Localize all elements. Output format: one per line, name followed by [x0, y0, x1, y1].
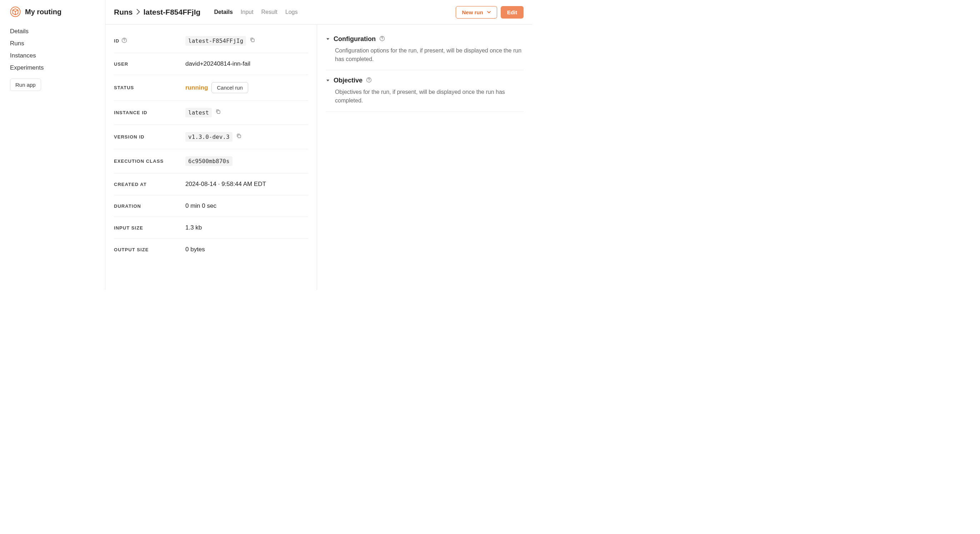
svg-rect-5	[238, 135, 241, 138]
caret-down-icon	[326, 78, 330, 84]
topbar: Runs latest-F854FFjIg Details Input Resu…	[105, 0, 532, 25]
label-execution-class: EXECUTION CLASS	[114, 159, 185, 164]
panel-objective: Objective Objectives for the run, if pre…	[326, 70, 523, 112]
row-input-size: INPUT SIZE 1.3 kb	[114, 217, 308, 239]
label-created-at: CREATED AT	[114, 182, 185, 187]
new-run-label: New run	[462, 9, 483, 15]
help-icon[interactable]	[379, 36, 385, 43]
row-instance-id: INSTANCE ID latest	[114, 101, 308, 125]
svg-point-2	[124, 41, 124, 42]
value-id: latest-F854FFjIg	[185, 36, 255, 46]
id-chip: latest-F854FFjIg	[185, 36, 246, 46]
help-icon[interactable]	[121, 38, 127, 44]
row-user: USER david+20240814-inn-fail	[114, 53, 308, 75]
value-user: david+20240814-inn-fail	[185, 60, 250, 67]
details-column: ID latest-F854FFjIg USER david+202	[105, 25, 317, 290]
sidebar: My routing Details Runs Instances Experi…	[0, 0, 105, 290]
help-icon[interactable]	[366, 77, 372, 84]
label-id-text: ID	[114, 38, 119, 43]
breadcrumb-parent[interactable]: Runs	[114, 8, 133, 16]
status-badge: running	[185, 84, 208, 91]
panel-configuration: Configuration Configuration options for …	[326, 29, 523, 70]
panel-configuration-header[interactable]: Configuration	[326, 35, 523, 43]
sidebar-item-instances[interactable]: Instances	[10, 51, 95, 60]
row-duration: DURATION 0 min 0 sec	[114, 195, 308, 217]
execution-class-chip: 6c9500mb870s	[185, 156, 232, 166]
value-execution-class: 6c9500mb870s	[185, 156, 232, 166]
tab-input[interactable]: Input	[241, 9, 254, 15]
version-id-chip: v1.3.0-dev.3	[185, 132, 232, 142]
label-input-size: INPUT SIZE	[114, 225, 185, 230]
copy-icon[interactable]	[236, 133, 242, 141]
sidebar-item-runs[interactable]: Runs	[10, 39, 95, 48]
svg-rect-3	[251, 39, 254, 42]
value-status: running Cancel run	[185, 82, 248, 93]
value-version-id: v1.3.0-dev.3	[185, 132, 242, 142]
label-output-size: OUTPUT SIZE	[114, 247, 185, 253]
breadcrumb: Runs latest-F854FFjIg	[114, 8, 200, 16]
instance-id-chip: latest	[185, 108, 212, 118]
sidebar-nav: Details Runs Instances Experiments	[10, 27, 95, 72]
panel-configuration-title: Configuration	[334, 35, 376, 43]
breadcrumb-current: latest-F854FFjIg	[143, 8, 201, 16]
panel-objective-title: Objective	[334, 77, 363, 84]
new-run-button[interactable]: New run	[456, 6, 497, 19]
cube-icon	[10, 6, 21, 17]
row-id: ID latest-F854FFjIg	[114, 29, 308, 53]
edit-button[interactable]: Edit	[501, 6, 523, 19]
row-status: STATUS running Cancel run	[114, 75, 308, 101]
copy-icon[interactable]	[215, 109, 221, 116]
row-execution-class: EXECUTION CLASS 6c9500mb870s	[114, 149, 308, 173]
panel-objective-body: Objectives for the run, if present, will…	[326, 88, 523, 105]
label-user: USER	[114, 61, 185, 67]
tab-result[interactable]: Result	[261, 9, 277, 15]
sidebar-item-experiments[interactable]: Experiments	[10, 64, 95, 72]
sidebar-item-details[interactable]: Details	[10, 27, 95, 36]
cancel-run-button[interactable]: Cancel run	[212, 82, 248, 93]
value-output-size: 0 bytes	[185, 246, 205, 253]
tabs: Details Input Result Logs	[214, 9, 298, 15]
label-duration: DURATION	[114, 203, 185, 209]
run-app-button[interactable]: Run app	[10, 78, 41, 91]
sidebar-title: My routing	[25, 8, 61, 16]
value-created-at: 2024-08-14 · 9:58:44 AM EDT	[185, 181, 266, 188]
value-input-size: 1.3 kb	[185, 224, 202, 231]
label-instance-id: INSTANCE ID	[114, 110, 185, 115]
svg-rect-4	[217, 111, 220, 113]
topbar-actions: New run Edit	[456, 6, 523, 19]
content: ID latest-F854FFjIg USER david+202	[105, 25, 532, 290]
svg-point-9	[369, 81, 369, 81]
panel-configuration-body: Configuration options for the run, if pr…	[326, 46, 523, 64]
value-instance-id: latest	[185, 108, 221, 118]
value-duration: 0 min 0 sec	[185, 202, 216, 210]
row-created-at: CREATED AT 2024-08-14 · 9:58:44 AM EDT	[114, 173, 308, 195]
caret-down-icon	[326, 36, 330, 43]
chevron-right-icon	[137, 8, 140, 16]
tab-details[interactable]: Details	[214, 9, 232, 15]
label-version-id: VERSION ID	[114, 134, 185, 140]
main: Runs latest-F854FFjIg Details Input Resu…	[105, 0, 532, 290]
label-id: ID	[114, 38, 185, 44]
panels-column: Configuration Configuration options for …	[317, 25, 532, 290]
copy-icon[interactable]	[250, 37, 255, 44]
row-version-id: VERSION ID v1.3.0-dev.3	[114, 125, 308, 149]
label-status: STATUS	[114, 85, 185, 90]
chevron-down-icon	[487, 9, 491, 15]
tab-logs[interactable]: Logs	[285, 9, 298, 15]
sidebar-header: My routing	[10, 6, 95, 17]
row-output-size: OUTPUT SIZE 0 bytes	[114, 239, 308, 260]
panel-objective-header[interactable]: Objective	[326, 77, 523, 84]
